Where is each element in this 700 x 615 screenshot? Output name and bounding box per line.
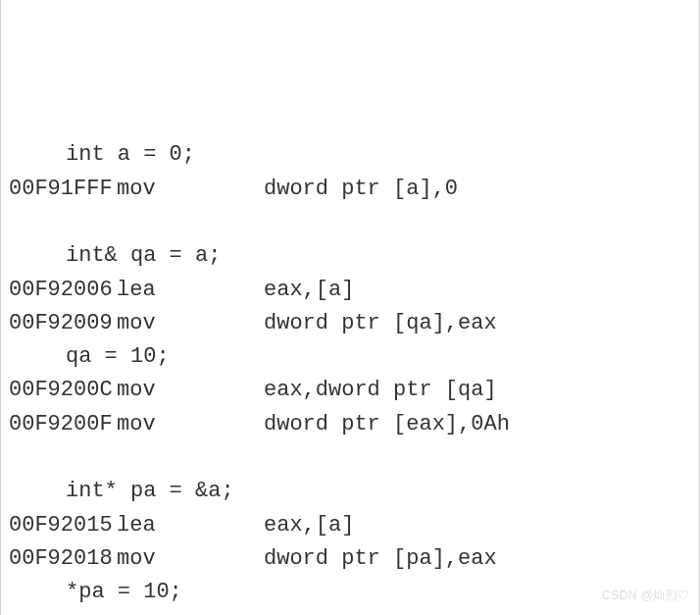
address: 00F92006 — [9, 274, 117, 307]
mnemonic: mov — [117, 610, 264, 615]
address: 00F9200C — [9, 374, 117, 407]
source-text: *pa = 10; — [66, 580, 182, 604]
watermark-text: CSDN @灿烈♡ — [602, 587, 690, 605]
code-line: 00F92006leaeax,[a] — [9, 274, 691, 307]
mnemonic: mov — [117, 374, 264, 407]
code-line — [9, 441, 691, 475]
mnemonic: mov — [117, 307, 264, 340]
disassembly-listing: int a = 0;00F91FFFmovdword ptr [a],0 int… — [9, 138, 691, 615]
operands: dword ptr [a],0 — [264, 177, 458, 201]
mnemonic: mov — [117, 408, 264, 441]
code-line: 00F9200Cmoveax,dword ptr [qa] — [9, 374, 691, 407]
mnemonic: mov — [117, 542, 264, 576]
code-line: 00F92018movdword ptr [pa],eax — [9, 542, 691, 576]
address: 00F92018 — [9, 542, 117, 576]
code-line: int& qa = a; — [9, 239, 691, 273]
source-text: qa = 10; — [66, 344, 170, 369]
mnemonic: lea — [117, 509, 264, 542]
operands: eax,dword ptr [qa] — [264, 378, 497, 402]
code-line: 00F91FFFmovdword ptr [a],0 — [9, 173, 691, 206]
source-text: int* pa = &a; — [66, 479, 234, 503]
code-line: int* pa = &a; — [9, 475, 691, 508]
address: 00F92015 — [9, 509, 117, 542]
operands: eax,[a] — [264, 278, 354, 302]
address: 00F91FFF — [9, 173, 117, 206]
code-line: *pa = 10; — [9, 576, 691, 609]
operands: dword ptr [eax],0Ah — [264, 412, 510, 436]
code-line: int a = 0; — [9, 138, 691, 172]
code-line: 00F9201Bmoveax,dword ptr [pa] — [9, 610, 691, 615]
operands: dword ptr [pa],eax — [264, 546, 497, 571]
code-line: 00F92009movdword ptr [qa],eax — [9, 307, 691, 340]
code-line: 00F9200Fmovdword ptr [eax],0Ah — [9, 408, 691, 441]
code-line — [9, 206, 691, 239]
code-line: 00F92015leaeax,[a] — [9, 509, 691, 542]
mnemonic: mov — [117, 173, 264, 206]
operands: eax,[a] — [264, 513, 354, 538]
address: 00F9200F — [9, 408, 117, 441]
source-text: int& qa = a; — [66, 243, 221, 268]
operands: dword ptr [qa],eax — [264, 311, 497, 335]
mnemonic: lea — [117, 274, 264, 307]
code-line: qa = 10; — [9, 340, 691, 374]
source-text: int a = 0; — [66, 142, 195, 167]
address: 00F9201B — [9, 610, 117, 615]
address: 00F92009 — [9, 307, 117, 340]
